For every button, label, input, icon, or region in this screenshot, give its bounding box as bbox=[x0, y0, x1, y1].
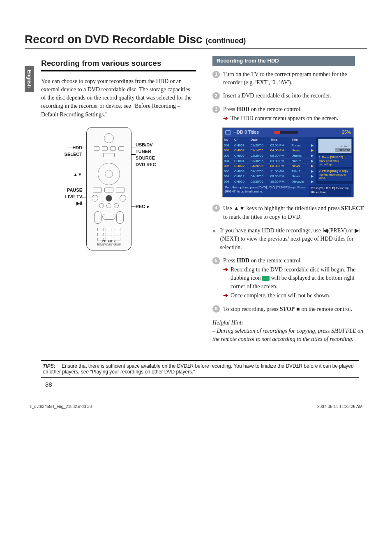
callout-updown: ▲▼ bbox=[41, 172, 82, 178]
disc-icon bbox=[225, 130, 231, 134]
table-row: 008CH01005/30/0610.30 PMDiscover▶ bbox=[223, 179, 316, 184]
step-number-icon: 3 bbox=[212, 106, 220, 113]
usage-bar bbox=[274, 131, 298, 134]
step-number-icon: 4 bbox=[212, 204, 220, 212]
result-arrow-icon: ➔ bbox=[223, 292, 228, 300]
table-row: 004CH00403/30/0603.30 PMNature▶ bbox=[223, 158, 316, 164]
hdd-side-hint-1: 1. Press [SELECT] to mark or unmark reco… bbox=[318, 155, 352, 167]
table-row: 006CH00804/12/0611.00 AMTitle 3▶ bbox=[223, 169, 316, 174]
callout-pause: PAUSE bbox=[41, 187, 82, 194]
stop-icon: ■ bbox=[295, 306, 301, 312]
table-row: 007CH01204/18/0608.30 PMNews▶ bbox=[223, 174, 316, 179]
step-3-text-a: Press bbox=[223, 106, 237, 112]
dpad bbox=[98, 163, 120, 185]
remote-control-figure: HDD SELECT ▲▼ PAUSE LIVE TV ▶II USB/DV T… bbox=[41, 127, 156, 259]
remote-brand: PHILIPS bbox=[87, 239, 131, 243]
prev-key-icon: I◀ bbox=[323, 227, 327, 234]
table-row: 003CH00502/25/0606.30 PMDrama▶ bbox=[223, 153, 316, 159]
result-arrow-icon: ➔ bbox=[223, 266, 228, 291]
table-row: 001CH00101/20/0602.00 PMTravel▶ bbox=[223, 143, 316, 148]
step-3: 3 Press HDD on the remote control. ➔The … bbox=[212, 105, 367, 123]
step-5-result2: Once complete, the icon will not be show… bbox=[231, 292, 330, 300]
bullet-prev-label: (PREV) or bbox=[327, 227, 355, 234]
step-5: 5 Press HDD on the remote control. ➔ Rec… bbox=[212, 257, 367, 300]
remote-body: PHILIPS HDD & DVD RECORDER bbox=[86, 127, 131, 250]
hdd-side-hint-2: 2. Press [HDD] to copy marked recordings… bbox=[318, 169, 352, 181]
step-4-key: SELECT bbox=[341, 205, 364, 211]
table-row: 002CH00301/14/0604.00 PMNews▶ bbox=[223, 148, 316, 153]
step-4-text-b: keys to highlight the title/titles and p… bbox=[245, 205, 341, 211]
callout-select: SELECT bbox=[41, 151, 82, 158]
page-number: 38 bbox=[45, 381, 367, 388]
bullet-next-label: (NEXT) to view the previous/ next page o… bbox=[220, 236, 353, 250]
step-6-key: STOP bbox=[280, 306, 295, 312]
step-1-text: Turn on the TV to the correct program nu… bbox=[223, 70, 367, 87]
step-5-key: HDD bbox=[237, 257, 249, 264]
language-tab: English bbox=[25, 66, 34, 92]
step-6-text-a: To stop recording, press bbox=[223, 306, 280, 312]
step-2: 2 Insert a DVD recordable disc into the … bbox=[212, 92, 367, 100]
step-3-result: The HDD content menu appears on the scre… bbox=[231, 114, 338, 123]
step-5-text-a: Press bbox=[223, 257, 237, 264]
hdd-percent: 25% bbox=[342, 129, 351, 136]
step-3-text-c: on the remote control. bbox=[249, 106, 302, 112]
step-3-key: HDD bbox=[237, 106, 249, 112]
helpful-hint-body: – During selection of recordings for cop… bbox=[212, 327, 367, 344]
callout-live-tv: LIVE TV bbox=[41, 194, 82, 200]
step-number-icon: 1 bbox=[212, 71, 220, 78]
hdd-titles-table: NoCh.DateTimeTitle001CH00101/20/0602.00 … bbox=[223, 137, 316, 184]
table-row: 005CH00204/26/0608.30 PMNews▶ bbox=[223, 164, 316, 169]
title-continued: (continued) bbox=[205, 37, 246, 45]
hdd-footer-right: Press [SHUFFLE] to sort by title or time… bbox=[309, 185, 351, 196]
section-heading-rule bbox=[41, 70, 196, 72]
up-down-keys-icon: ▲▼ bbox=[233, 205, 245, 211]
thumb-mode: SP NTSC bbox=[339, 148, 350, 152]
step-5-text-c: on the remote control. bbox=[249, 257, 302, 264]
page-title: Record on DVD Recordable Disc (continued… bbox=[25, 33, 367, 49]
thumb-time: 00:20:20 bbox=[341, 145, 350, 148]
bullet-prev-next: ● If you have many HDD title recordings,… bbox=[212, 226, 367, 252]
hdd-footer-left: For other options, press [DVD], [DV], [T… bbox=[225, 185, 309, 196]
hdd-content-menu-figure: HDD 8 Titles 25% NoCh.DateTimeTitle001CH… bbox=[222, 127, 354, 197]
step-6: 6 To stop recording, press STOP ■ on the… bbox=[212, 305, 367, 313]
callout-dvd-rec: DVD REC bbox=[136, 162, 156, 168]
section-heading: Recording from various sources bbox=[41, 58, 196, 69]
step-number-icon: 6 bbox=[212, 305, 220, 313]
title-main: Record on DVD Recordable Disc bbox=[25, 33, 205, 46]
step-4-text-a: Use bbox=[223, 205, 233, 211]
callout-rec: REC ● bbox=[136, 204, 149, 210]
step-4-text-d: to mark the titles to copy to DVD. bbox=[223, 214, 302, 220]
bullet-text-a: If you have many HDD title recordings, u… bbox=[220, 227, 322, 234]
footer-date: 2007-06-11 11:23:26 AM bbox=[317, 404, 362, 409]
subheading-recording-from-hdd: Recording from the HDD bbox=[212, 56, 355, 66]
step-number-icon: 5 bbox=[212, 257, 220, 264]
footer-file: 1_dvdr3455H_eng_21832.indd 38 bbox=[30, 404, 92, 409]
step-6-text-c: on the remote control. bbox=[301, 306, 352, 312]
next-key-icon: ▶I bbox=[355, 227, 359, 234]
tips-text: Ensure that there is sufficient space av… bbox=[43, 363, 354, 375]
tips-box: TIPS: Ensure that there is sufficient sp… bbox=[41, 360, 359, 378]
result-arrow-icon: ➔ bbox=[223, 114, 228, 123]
step-4: 4 Use ▲▼ keys to highlight the title/tit… bbox=[212, 204, 367, 221]
callout-line bbox=[67, 148, 89, 148]
step-2-text: Insert a DVD recordable disc into the re… bbox=[223, 92, 367, 100]
helpful-hint-heading: Helpful Hint: bbox=[212, 319, 367, 327]
callout-usb-dv: USB/DV bbox=[136, 142, 156, 148]
bullet-icon: ● bbox=[212, 227, 216, 252]
step-number-icon: 2 bbox=[212, 92, 220, 100]
callout-source: SOURCE bbox=[136, 155, 156, 162]
intro-paragraph: You can choose to copy your recordings f… bbox=[41, 77, 196, 119]
dubbing-icon bbox=[262, 276, 270, 281]
remote-brand-sub: HDD & DVD RECORDER bbox=[87, 243, 131, 246]
hdd-title: HDD 8 Titles bbox=[233, 129, 259, 136]
hdd-thumbnail: 00:20:20 SP NTSC bbox=[318, 139, 352, 153]
callout-tuner: TUNER bbox=[136, 148, 156, 155]
step-1: 1 Turn on the TV to the correct program … bbox=[212, 70, 367, 87]
callout-playpause: ▶II bbox=[41, 200, 82, 207]
tips-label: TIPS: bbox=[43, 363, 55, 369]
